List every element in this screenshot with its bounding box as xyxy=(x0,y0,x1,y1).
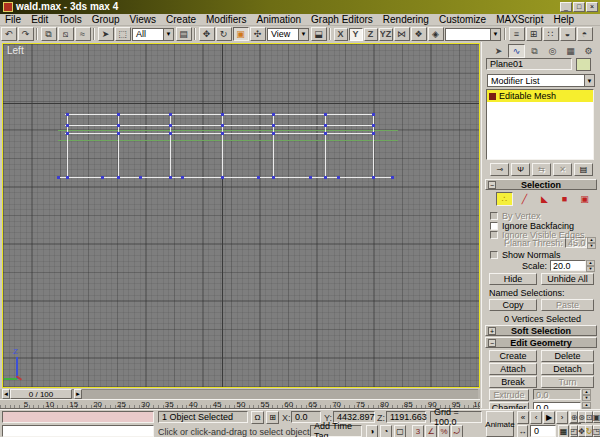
maxscript-mini-listener[interactable] xyxy=(2,425,154,437)
menu-views[interactable]: Views xyxy=(125,14,162,25)
extrude-spinner[interactable]: ▲▼ xyxy=(582,389,591,400)
chevron-down-icon[interactable]: ▼ xyxy=(163,29,173,40)
z-coord-field[interactable]: 1191.663 xyxy=(386,411,426,423)
mesh-vertex[interactable] xyxy=(221,176,224,179)
time-configuration-icon[interactable]: ▦ xyxy=(558,425,569,437)
slider-next-icon[interactable]: ► xyxy=(74,389,82,399)
previous-frame-icon[interactable]: ‹ xyxy=(530,411,542,424)
viewport-label[interactable]: Left xyxy=(7,45,24,56)
tab-modify[interactable]: ∿ xyxy=(508,44,525,58)
show-normals-checkbox[interactable] xyxy=(490,251,498,259)
tab-display[interactable]: ▦ xyxy=(562,44,579,58)
use-pivot-point-icon[interactable]: ⬓ xyxy=(311,27,327,41)
selection-region-icon[interactable]: ⬚ xyxy=(115,27,131,41)
restrict-y-button[interactable]: Y xyxy=(349,28,363,41)
next-frame-icon[interactable]: › xyxy=(556,411,568,424)
mesh-vertex[interactable] xyxy=(324,113,327,116)
mesh-vertex[interactable] xyxy=(66,113,69,116)
menu-help[interactable]: Help xyxy=(548,14,579,25)
render-scene-icon[interactable]: ◒ xyxy=(560,27,576,41)
menu-animation[interactable]: Animation xyxy=(252,14,306,25)
crossing-mode-icon[interactable]: ▢ xyxy=(394,425,406,437)
tab-motion[interactable]: ◎ xyxy=(544,44,561,58)
copy-button[interactable]: Copy xyxy=(489,299,537,311)
chevron-down-icon[interactable]: ▼ xyxy=(298,29,308,40)
tab-hierarchy[interactable]: ⧉ xyxy=(526,44,543,58)
menu-graph-editors[interactable]: Graph Editors xyxy=(306,14,378,25)
coord-system-dropdown[interactable]: View▼ xyxy=(267,28,309,41)
select-and-move-icon[interactable]: ✥ xyxy=(199,27,215,41)
face-mode-icon[interactable]: ◣ xyxy=(536,192,553,206)
break-button[interactable]: Break xyxy=(489,376,537,388)
go-to-start-icon[interactable]: « xyxy=(517,411,529,424)
mesh-vertex[interactable] xyxy=(372,176,375,179)
track-bar[interactable]: 5101520253035404550556065707580859095100 xyxy=(0,399,480,409)
time-slider-handle[interactable]: 0 / 100 xyxy=(10,389,72,399)
slider-prev-icon[interactable]: ◄ xyxy=(2,389,10,399)
mesh-vertex[interactable] xyxy=(372,132,375,135)
left-viewport[interactable]: Left Z xyxy=(3,44,479,387)
current-frame-field[interactable]: 0 xyxy=(530,425,556,437)
stack-item-editable-mesh[interactable]: Editable Mesh xyxy=(487,90,593,102)
mesh-vertex[interactable] xyxy=(272,132,275,135)
mesh-vertex[interactable] xyxy=(272,176,275,179)
unlink-selection-icon[interactable]: ⧅ xyxy=(58,27,74,41)
detach-button[interactable]: Detach xyxy=(541,363,594,375)
edge-mode-icon[interactable]: ╱ xyxy=(516,192,533,206)
menu-file[interactable]: File xyxy=(0,14,26,25)
collapse-icon[interactable]: − xyxy=(488,181,496,189)
array-icon[interactable]: ❖ xyxy=(411,27,427,41)
planar-thresh-spinner[interactable]: ▲▼ xyxy=(587,237,596,248)
attach-button[interactable]: Attach xyxy=(489,363,537,375)
delete-button[interactable]: Delete xyxy=(541,350,594,362)
mesh-vertex[interactable] xyxy=(66,176,69,179)
ignore-visible-edges-checkbox[interactable] xyxy=(490,231,498,239)
collapse-icon[interactable]: − xyxy=(488,339,496,347)
mesh-vertex[interactable] xyxy=(221,132,224,135)
ignore-backfacing-checkbox[interactable] xyxy=(490,222,498,230)
mesh-vertex[interactable] xyxy=(324,176,327,179)
rollout-soft-selection[interactable]: + Soft Selection xyxy=(485,325,597,336)
mesh-vertex[interactable] xyxy=(101,176,104,179)
angle-snap-icon[interactable]: ∠ xyxy=(425,425,437,437)
absolute-offset-icon[interactable]: ⊞ xyxy=(266,411,279,424)
menu-maxscript[interactable]: MAXScript xyxy=(491,14,548,25)
rollout-edit-geometry[interactable]: − Edit Geometry xyxy=(485,337,597,348)
animate-button[interactable]: Animate xyxy=(486,411,514,437)
close-button[interactable]: × xyxy=(586,2,598,12)
mesh-vertex[interactable] xyxy=(257,176,260,179)
unhide-all-button[interactable]: Unhide All xyxy=(541,273,594,285)
mesh-vertex[interactable] xyxy=(391,176,394,179)
element-mode-icon[interactable]: ▣ xyxy=(576,192,593,206)
redo-icon[interactable]: ↷ xyxy=(18,27,34,41)
tab-utilities[interactable]: ⚙ xyxy=(580,44,597,58)
mesh-vertex[interactable] xyxy=(117,132,120,135)
scale-spinner[interactable]: ▲▼ xyxy=(586,260,595,271)
modifier-list-dropdown[interactable]: Modifier List ▼ xyxy=(487,74,595,87)
mesh-vertex[interactable] xyxy=(117,124,120,127)
pin-stack-icon[interactable]: ⊸ xyxy=(490,163,509,176)
menu-rendering[interactable]: Rendering xyxy=(378,14,434,25)
by-vertex-checkbox[interactable] xyxy=(490,212,498,220)
macro-recorder-listener[interactable] xyxy=(2,411,154,423)
make-unique-icon[interactable]: ⇆ xyxy=(532,163,551,176)
mesh-vertex[interactable] xyxy=(324,132,327,135)
key-mode-icon[interactable]: ↔ xyxy=(517,425,528,437)
expand-icon[interactable]: + xyxy=(488,327,496,335)
undo-icon[interactable]: ↶ xyxy=(1,27,17,41)
select-and-link-icon[interactable]: ⧉ xyxy=(41,27,57,41)
mesh-vertex[interactable] xyxy=(169,132,172,135)
mesh-vertex[interactable] xyxy=(169,124,172,127)
mesh-vertex[interactable] xyxy=(272,113,275,116)
mesh-vertex[interactable] xyxy=(372,124,375,127)
rollout-selection[interactable]: − Selection xyxy=(485,179,597,190)
mesh-vertex[interactable] xyxy=(221,124,224,127)
menu-create[interactable]: Create xyxy=(161,14,201,25)
spinner-snap-icon[interactable]: ⤾ xyxy=(451,425,463,437)
extrude-button[interactable]: Extrude xyxy=(489,389,529,401)
scale-field[interactable]: 20.0 xyxy=(550,260,586,271)
object-name-field[interactable]: Plane01 xyxy=(486,58,572,70)
schematic-view-icon[interactable]: ⊞ xyxy=(526,27,542,41)
selection-lock-icon[interactable]: Ω xyxy=(251,411,264,424)
vertex-mode-icon[interactable]: ∴ xyxy=(496,192,513,206)
